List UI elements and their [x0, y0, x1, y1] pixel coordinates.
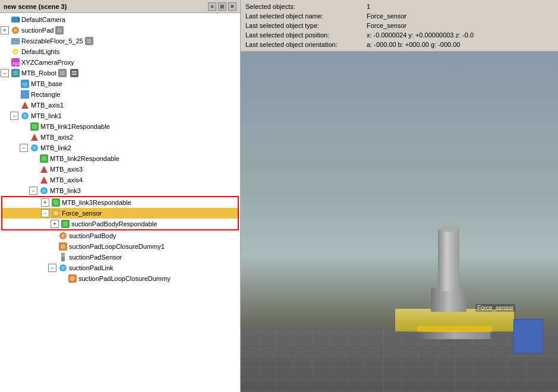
link3resp-icon: [51, 198, 61, 207]
expand-placeholder: [10, 90, 18, 99]
tree-node-mtbaxis3[interactable]: MTB_axis3: [0, 164, 240, 175]
extra-icon-floor: [84, 36, 94, 46]
svg-point-42: [55, 212, 57, 214]
tree-node-mtblink3resp[interactable]: + MTB_link3Respondable: [2, 197, 238, 208]
node-label-suctionpadsensor: suctionPadSensor: [69, 254, 122, 261]
node-label-suctionpadloop1: suctionPadLoopClosureDummy1: [69, 243, 165, 250]
grid-view-icon[interactable]: ⊞: [218, 2, 226, 11]
node-label-mtbaxis4: MTB_axis4: [50, 176, 83, 184]
tree-node-forcesensor[interactable]: - Force_sensor: [2, 208, 238, 219]
tree-node-suctionpadlink[interactable]: - suctionPadLink: [0, 263, 240, 273]
scene-hierarchy-title: new scene (scene 3): [4, 3, 67, 10]
expand-mtblink1[interactable]: -: [10, 112, 18, 120]
tree-node-suctionpad[interactable]: + suctionPad: [0, 25, 240, 36]
tree-node-defaultlights[interactable]: DefaultLights: [0, 46, 240, 57]
svg-point-52: [61, 266, 65, 270]
link1resp-icon: [30, 122, 39, 131]
suctionpadloop2-icon: [68, 274, 77, 283]
tree-node-mtbaxis4[interactable]: MTB_axis4: [0, 175, 240, 185]
expand-forcesensor[interactable]: -: [41, 209, 49, 217]
tree-node-xyzcameraproxy[interactable]: xyz XYZCameraProxy: [0, 57, 240, 68]
tree-node-suctionpadsensor[interactable]: suctionPadSensor: [0, 252, 240, 263]
scene-tree[interactable]: DefaultCamera + suctionPad Resizable: [0, 13, 240, 392]
close-button[interactable]: ✕: [228, 2, 237, 11]
info-position-row: Last selected object position: x: -0.000…: [245, 30, 553, 40]
list-view-icon[interactable]: ≡: [208, 2, 216, 11]
object-orientation-label: Last selected object orientation:: [245, 41, 364, 48]
expand-suctionpadlink[interactable]: -: [48, 264, 56, 272]
tree-node-mtbrobot[interactable]: - MTB_Robot: [0, 68, 240, 78]
svg-point-26: [23, 114, 27, 118]
node-label-mtblink1: MTB_link1: [31, 112, 62, 119]
expand-placeholder: [1, 58, 9, 67]
info-bar: Selected objects: 1 Last selected object…: [241, 0, 558, 52]
svg-marker-35: [40, 176, 48, 184]
expand-mtblink3[interactable]: -: [29, 186, 37, 195]
object-type-label: Last selected object type:: [245, 22, 364, 29]
robot-icon: [11, 68, 20, 78]
object-position-value: x: -0.0000024 y: +0.00000003 z: -0.0: [367, 31, 474, 39]
tree-node-mtbbase[interactable]: MTB_base: [0, 78, 240, 89]
svg-rect-39: [53, 200, 58, 205]
svg-point-48: [61, 244, 65, 249]
info-selected-count-row: Selected objects: 1: [245, 2, 553, 11]
cylinder-cap: [438, 226, 459, 232]
tree-node-suctionpadloop1[interactable]: suctionPadLoopClosureDummy1: [0, 241, 240, 252]
3d-viewport[interactable]: Force_sensor: [241, 52, 558, 392]
expand-mtbrobot[interactable]: -: [1, 69, 9, 77]
svg-rect-33: [42, 156, 46, 161]
right-panel: Selected objects: 1 Last selected object…: [241, 0, 558, 392]
node-label-suctionpad: suctionPad: [21, 27, 53, 34]
node-label-mtblink2: MTB_link2: [40, 144, 71, 151]
red-outline-group: + MTB_link3Respondable - Force_sensor: [1, 196, 239, 230]
axis1-icon: [20, 100, 30, 110]
node-label-defaultlights: DefaultLights: [21, 48, 59, 55]
top-connector: [431, 288, 466, 312]
tree-node-suctionpadbody[interactable]: suctionPadBody: [0, 230, 240, 241]
tree-node-mtblink1[interactable]: - MTB_link1: [0, 110, 240, 121]
tree-node-suctionpadbodyresp[interactable]: + suctionPadBodyRespondable: [2, 219, 238, 229]
tree-node-mtblink3[interactable]: - MTB_link3: [0, 185, 240, 196]
object-name-value: Force_sensor: [367, 12, 406, 20]
node-label-suctionpadbody: suctionPadBody: [69, 232, 116, 239]
svg-point-54: [70, 276, 75, 281]
titlebar-icons: ≡ ⊞ ✕: [208, 2, 237, 11]
expand-placeholder: [58, 274, 66, 283]
expand-suctionpad[interactable]: +: [1, 26, 9, 34]
suctionpadloop1-icon: [58, 242, 68, 251]
expand-placeholder: [10, 80, 18, 88]
extra-icon2-robot: [70, 68, 79, 78]
node-label-mtbbase: MTB_base: [31, 80, 62, 87]
node-label-suctionpadlink: suctionPadLink: [69, 264, 114, 271]
tree-node-suctionpadloop2[interactable]: suctionPadLoopClosureDummy: [0, 273, 240, 284]
tree-node-mtblink2resp[interactable]: MTB_link2Respondable: [0, 153, 240, 164]
tree-node-mtbaxis2[interactable]: MTB_axis2: [0, 132, 240, 143]
expand-mtblink3resp[interactable]: +: [41, 198, 49, 207]
tree-node-mtblink1resp[interactable]: MTB_link1Respondable: [0, 121, 240, 132]
expand-placeholder: [1, 37, 9, 45]
svg-marker-24: [21, 102, 29, 109]
tree-node-mtblink2[interactable]: - MTB_link2: [0, 143, 240, 153]
link2-icon: [30, 143, 39, 153]
svg-rect-17: [60, 71, 65, 75]
svg-rect-18: [70, 69, 78, 77]
svg-point-3: [14, 29, 17, 32]
expand-suctionpadbodyresp[interactable]: +: [51, 220, 59, 228]
robot-position-label: Force_sensor: [475, 304, 515, 312]
object-type-value: Force_sensor: [367, 22, 406, 29]
rect-icon: [20, 90, 30, 99]
scene-hierarchy-panel: new scene (scene 3) ≡ ⊞ ✕ DefaultCamera …: [0, 0, 241, 392]
vertical-cylinder: [438, 229, 459, 291]
expand-mtblink2[interactable]: -: [20, 144, 28, 152]
tree-node-resizablefloor[interactable]: ResizableFloor_5_25: [0, 36, 240, 46]
link3-icon: [39, 186, 49, 195]
svg-rect-15: [13, 71, 18, 75]
extra-icon-suctionpad: [55, 26, 64, 35]
tree-node-rectangle[interactable]: Rectangle: [0, 89, 240, 100]
tree-node-mtbaxis1[interactable]: MTB_axis1: [0, 100, 240, 110]
tree-node-defaultcamera[interactable]: DefaultCamera: [0, 14, 240, 25]
expand-placeholder: [10, 101, 18, 109]
svg-rect-22: [23, 83, 27, 86]
svg-rect-9: [87, 39, 92, 43]
expand-placeholder: [20, 122, 28, 131]
